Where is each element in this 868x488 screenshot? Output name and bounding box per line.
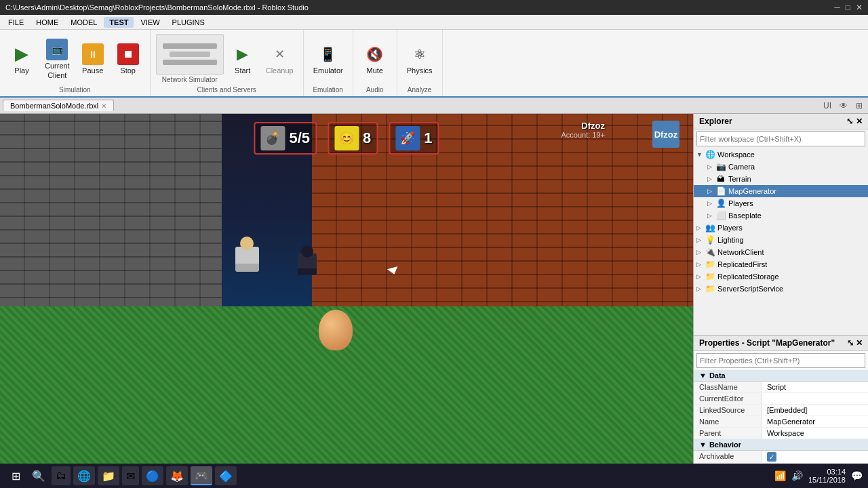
hud-icon-1: 💣 bbox=[260, 126, 285, 150]
pause-icon: ⏸ bbox=[81, 42, 105, 66]
tree-item-mapgenerator[interactable]: ▷ 📄 MapGenerator bbox=[694, 185, 868, 197]
tree-item-replicatedstorage[interactable]: ▷ 📁 ReplicatedStorage bbox=[694, 270, 868, 283]
menu-test[interactable]: TEST bbox=[104, 17, 134, 28]
hud: 💣 5/5 😊 8 🚀 1 bbox=[254, 122, 439, 155]
close-button[interactable]: ✕ bbox=[856, 3, 863, 12]
character-2 bbox=[298, 253, 317, 275]
stop-button[interactable]: ⏹ Stop bbox=[112, 39, 144, 78]
tree-item-serverscriptservice[interactable]: ▷ 📁 ServerScriptService bbox=[694, 283, 868, 295]
taskbar-app-chrome[interactable]: 🔵 bbox=[142, 466, 163, 485]
tree-item-terrain[interactable]: ▷ 🏔 Terrain bbox=[694, 173, 868, 185]
tree-item-baseplate[interactable]: ▷ ⬜ Baseplate bbox=[694, 209, 868, 222]
classname-label: ClassName bbox=[694, 382, 762, 392]
prop-parent-row: Parent Workspace bbox=[694, 428, 868, 439]
prop-linkedsource-row: LinkedSource [Embedded] bbox=[694, 405, 868, 416]
explorer-title: Explorer bbox=[699, 117, 732, 126]
menu-view[interactable]: VIEW bbox=[135, 17, 165, 28]
main-content: 💣 5/5 😊 8 🚀 1 Dfzoz Account: 19+ Df bbox=[0, 114, 868, 464]
ribbon: ▶ Play 📺 CurrentClient ⏸ Pause ⏹ Stop bbox=[0, 30, 868, 98]
prop-archivable-row: Archivable ✓ bbox=[694, 451, 868, 464]
explorer-filter-input[interactable] bbox=[696, 131, 865, 146]
taskbar-left: ⊞ 🔍 🗂 🌐 📁 ✉ 🔵 🦊 🎮 🔷 bbox=[5, 466, 237, 486]
menu-plugins[interactable]: PLUGINS bbox=[167, 17, 210, 28]
taskbar-app-roblox[interactable]: 🎮 bbox=[191, 466, 212, 485]
close-tab-button[interactable]: ✕ bbox=[101, 102, 106, 110]
notification-icon[interactable]: 💬 bbox=[851, 470, 863, 481]
menu-bar: FILE HOME MODEL TEST VIEW PLUGINS bbox=[0, 15, 868, 30]
menu-home[interactable]: HOME bbox=[31, 17, 64, 28]
fileexplorer-icon: 🗂 bbox=[56, 470, 66, 482]
menu-file[interactable]: FILE bbox=[3, 17, 29, 28]
explorer-section: Explorer ⤡ ✕ ▼ 🌐 Workspace ▷ 📷 Camera bbox=[694, 114, 868, 335]
close-properties-button[interactable]: ✕ bbox=[856, 338, 863, 348]
start-button-taskbar[interactable]: ⊞ bbox=[5, 466, 26, 486]
baseplate-icon: ⬜ bbox=[715, 210, 726, 221]
taskbar-app-mail[interactable]: ✉ bbox=[122, 466, 139, 485]
expand-arrow-lighting: ▷ bbox=[696, 237, 705, 243]
mail-icon: ✉ bbox=[126, 470, 135, 483]
players-icon: 👥 bbox=[705, 222, 715, 233]
current-client-button[interactable]: 📺 CurrentClient bbox=[41, 35, 74, 82]
player-name: Dfzoz bbox=[561, 121, 605, 131]
tree-item-camera[interactable]: ▷ 📷 Camera bbox=[694, 161, 868, 173]
lighting-label: Lighting bbox=[717, 236, 744, 244]
mapgenerator-icon: 📄 bbox=[715, 186, 726, 197]
tree-item-players[interactable]: ▷ 👥 Players bbox=[694, 222, 868, 234]
cleanup-button[interactable]: ✕ Cleanup bbox=[262, 39, 298, 78]
taskbar-app-other[interactable]: 🔷 bbox=[215, 466, 237, 485]
currenteditor-value bbox=[762, 393, 868, 404]
game-scene: 💣 5/5 😊 8 🚀 1 Dfzoz Account: 19+ Df bbox=[0, 114, 693, 464]
start-button[interactable]: ▶ Start bbox=[226, 39, 259, 78]
replicatedfirst-label: ReplicatedFirst bbox=[717, 260, 767, 268]
file-tab[interactable]: BombermanSoloMode.rbxl ✕ bbox=[3, 100, 114, 111]
hud-icon-2: 😊 bbox=[334, 126, 359, 150]
players-child-label: Players bbox=[728, 199, 753, 207]
play-button[interactable]: ▶ Play bbox=[5, 39, 38, 78]
tree-item-workspace[interactable]: ▼ 🌐 Workspace bbox=[694, 148, 868, 161]
minimize-button[interactable]: ─ bbox=[834, 3, 840, 12]
stop-icon: ⏹ bbox=[116, 42, 140, 66]
viewport[interactable]: 💣 5/5 😊 8 🚀 1 Dfzoz Account: 19+ Df bbox=[0, 114, 693, 464]
archivable-checkbox[interactable]: ✓ bbox=[767, 452, 776, 462]
right-panel: Explorer ⤡ ✕ ▼ 🌐 Workspace ▷ 📷 Camera bbox=[693, 114, 868, 464]
hud-item-3: 🚀 1 bbox=[389, 122, 439, 155]
players-child-icon: 👤 bbox=[715, 198, 726, 209]
data-section-arrow: ▼ bbox=[699, 371, 707, 380]
eye-icon[interactable]: 👁 bbox=[837, 101, 850, 110]
title-path: C:\Users\Admin\Desktop\Semag\RobloxProje… bbox=[5, 3, 309, 12]
expand-icon[interactable]: ⤡ bbox=[846, 117, 853, 126]
menu-model[interactable]: MODEL bbox=[65, 17, 102, 28]
taskbar-app-firefox[interactable]: 🦊 bbox=[166, 466, 188, 485]
data-section-header[interactable]: ▼ Data bbox=[694, 370, 868, 382]
emulator-button[interactable]: 📱 Emulator bbox=[309, 39, 347, 78]
parent-label: Parent bbox=[694, 428, 762, 439]
workspace-icon: 🌐 bbox=[705, 149, 715, 160]
physics-button[interactable]: ⚛ Physics bbox=[403, 39, 437, 78]
network-icon-taskbar: 📶 bbox=[774, 470, 786, 481]
tree-item-players-child[interactable]: ▷ 👤 Players bbox=[694, 197, 868, 209]
camera-label: Camera bbox=[728, 163, 755, 171]
close-explorer-button[interactable]: ✕ bbox=[856, 117, 863, 126]
taskbar-app-explorer2[interactable]: 📁 bbox=[98, 466, 119, 485]
pause-button[interactable]: ⏸ Pause bbox=[77, 39, 109, 78]
layout-button[interactable]: ⊞ bbox=[853, 101, 865, 110]
expand-properties-icon[interactable]: ⤡ bbox=[847, 338, 854, 348]
taskbar-app-edge[interactable]: 🌐 bbox=[73, 466, 95, 485]
tab-bar: BombermanSoloMode.rbxl ✕ UI 👁 ⊞ bbox=[0, 98, 868, 114]
behavior-section-header[interactable]: ▼ Behavior bbox=[694, 439, 868, 451]
tree-item-lighting[interactable]: ▷ 💡 Lighting bbox=[694, 234, 868, 246]
tree-item-replicatedfirst[interactable]: ▷ 📁 ReplicatedFirst bbox=[694, 258, 868, 270]
window-controls[interactable]: ─ □ ✕ bbox=[834, 3, 863, 12]
mute-button[interactable]: 🔇 Mute bbox=[359, 39, 391, 78]
taskbar-app-fileexplorer[interactable]: 🗂 bbox=[52, 466, 71, 485]
properties-filter-input[interactable] bbox=[696, 353, 865, 368]
taskbar-clock: 03:14 15/11/2018 bbox=[808, 468, 846, 484]
players-label: Players bbox=[717, 224, 743, 232]
tree-item-networkclient[interactable]: ▷ 🔌 NetworkClient bbox=[694, 246, 868, 258]
hud-item-1: 💣 5/5 bbox=[254, 122, 317, 155]
maximize-button[interactable]: □ bbox=[846, 3, 850, 12]
taskbar-right: 📶 🔊 03:14 15/11/2018 💬 bbox=[774, 468, 863, 484]
terrain-label: Terrain bbox=[728, 175, 751, 183]
audio-buttons: 🔇 Mute bbox=[359, 33, 391, 85]
search-button-taskbar[interactable]: 🔍 bbox=[28, 466, 49, 486]
